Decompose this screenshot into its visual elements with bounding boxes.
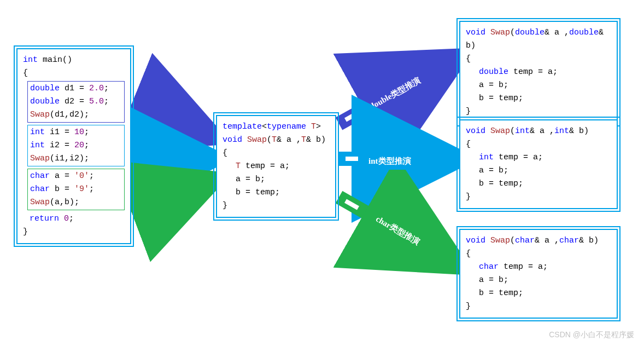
svg-line-2 bbox=[134, 181, 212, 210]
char-instance-box: void Swap(char& a ,char& b) { char temp … bbox=[459, 229, 618, 319]
svg-line-3 bbox=[339, 60, 454, 124]
svg-line-0 bbox=[134, 104, 212, 136]
double-block: double d1 = 2.0; double d2 = 5.0; Swap(d… bbox=[27, 81, 125, 123]
main-code-box: int main() { double d1 = 2.0; double d2 … bbox=[16, 48, 131, 244]
main-sig: int main() bbox=[23, 54, 125, 67]
int-block: int i1 = 10; int i2 = 20; Swap(i1,i2); bbox=[27, 125, 125, 166]
svg-line-7 bbox=[339, 197, 454, 263]
template-code-box: template<typename T> void Swap(T& a ,T& … bbox=[216, 115, 336, 218]
return-line: return 0; bbox=[23, 212, 125, 226]
brace-close: } bbox=[23, 226, 125, 239]
brace-open: { bbox=[23, 67, 125, 80]
svg-line-4 bbox=[346, 113, 358, 120]
double-instance-box: void Swap(double& a ,double& b) { double… bbox=[459, 21, 618, 124]
arrow-label-char: char类型推演 bbox=[374, 214, 421, 246]
arrow-label-int: int类型推演 bbox=[361, 152, 419, 170]
arrow-label-double: double类型推演 bbox=[368, 76, 422, 111]
watermark: CSDN @小白不是程序媛 bbox=[549, 328, 634, 341]
svg-line-8 bbox=[346, 201, 358, 208]
int-instance-box: void Swap(int& a ,int& b) { int temp = a… bbox=[459, 119, 618, 209]
char-block: char a = '0'; char b = '9'; Swap(a,b); bbox=[27, 169, 125, 210]
